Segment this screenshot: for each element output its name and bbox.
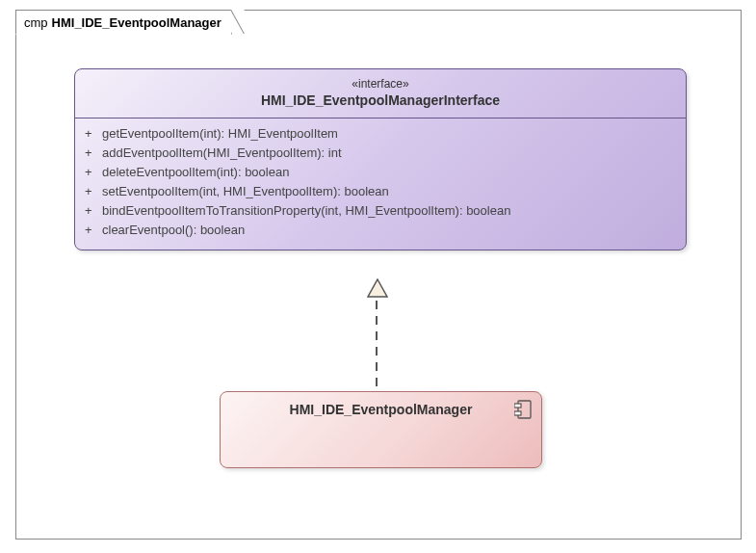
method-visibility: +: [85, 201, 102, 221]
svg-rect-3: [514, 411, 521, 415]
realization-arrowhead-icon: [367, 278, 388, 298]
method-row: + addEventpoolItem(HMI_EventpoolItem): i…: [85, 144, 676, 163]
method-signature: getEventpoolItem(int): HMI_EventpoolItem: [102, 124, 676, 144]
method-signature: addEventpoolItem(HMI_EventpoolItem): int: [102, 144, 676, 163]
component-classifier: HMI_IDE_EventpoolManager: [220, 391, 542, 468]
method-signature: clearEventpool(): boolean: [102, 221, 676, 240]
interface-header: «interface» HMI_IDE_EventpoolManagerInte…: [75, 69, 686, 118]
method-visibility: +: [85, 221, 102, 240]
interface-classifier: «interface» HMI_IDE_EventpoolManagerInte…: [74, 68, 687, 250]
component-name: HMI_IDE_EventpoolManager: [221, 402, 541, 417]
realization-connector: [376, 283, 378, 393]
method-row: + setEventpoolItem(int, HMI_EventpoolIte…: [85, 182, 676, 201]
frame-tab: cmp HMI_IDE_EventpoolManager: [15, 10, 232, 35]
method-signature: bindEventpoolItemToTransitionProperty(in…: [102, 201, 676, 221]
svg-marker-0: [368, 279, 387, 297]
frame-title: HMI_IDE_EventpoolManager: [52, 15, 222, 30]
method-visibility: +: [85, 124, 102, 144]
method-row: + clearEventpool(): boolean: [85, 221, 676, 240]
method-signature: setEventpoolItem(int, HMI_EventpoolItem)…: [102, 182, 676, 201]
method-visibility: +: [85, 182, 102, 201]
method-row: + bindEventpoolItemToTransitionProperty(…: [85, 201, 676, 221]
diagram-frame: cmp HMI_IDE_EventpoolManager «interface»…: [15, 10, 742, 540]
method-visibility: +: [85, 163, 102, 182]
svg-rect-2: [514, 404, 521, 408]
interface-stereotype: «interface»: [75, 77, 686, 91]
interface-methods: + getEventpoolItem(int): HMI_EventpoolIt…: [75, 118, 686, 250]
method-row: + getEventpoolItem(int): HMI_EventpoolIt…: [85, 124, 676, 144]
method-row: + deleteEventpoolItem(int): boolean: [85, 163, 676, 182]
interface-name: HMI_IDE_EventpoolManagerInterface: [261, 92, 500, 108]
frame-prefix: cmp: [24, 15, 48, 30]
method-visibility: +: [85, 144, 102, 163]
method-signature: deleteEventpoolItem(int): boolean: [102, 163, 676, 182]
component-icon: [514, 400, 532, 419]
